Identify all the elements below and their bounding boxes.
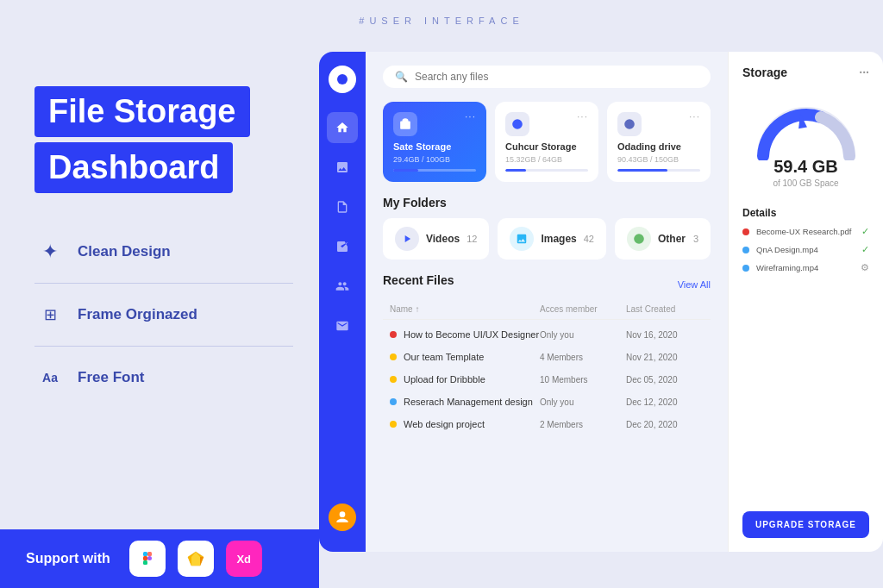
feature-label-font: Free Font — [78, 369, 144, 386]
support-label: Support with — [26, 551, 110, 566]
other-label: Other — [658, 233, 686, 245]
storage-panel-title: Storage — [742, 66, 787, 79]
folder-videos[interactable]: Videos 12 — [383, 218, 489, 260]
storage-card-sate: ··· Sate Storage 29.4GB / 100GB — [383, 102, 486, 182]
dashboard: 🔍 ··· Sate Storage 29.4GB / 100GB — [319, 52, 883, 552]
detail-dot-0 — [742, 228, 749, 235]
cuhcur-progress — [505, 169, 588, 172]
support-bar: Support with Xd — [0, 529, 319, 588]
table-header: Name ↑ Acces member Last Created — [383, 304, 711, 320]
upgrade-storage-button[interactable]: UPGRADE STORAGE — [742, 511, 869, 538]
videos-icon — [395, 227, 419, 251]
feature-item-clean-design: ✦ Clean Design — [34, 236, 293, 284]
images-count: 42 — [584, 234, 594, 244]
detail-check-0: ✓ — [861, 226, 869, 237]
search-bar[interactable]: 🔍 — [383, 66, 711, 88]
nav-logo-dot — [337, 74, 348, 84]
svg-point-4 — [147, 556, 152, 560]
storage-card-odading: ··· Odading drive 90.43GB / 150GB — [607, 102, 711, 182]
view-all-link[interactable]: View All — [678, 279, 711, 290]
file-dot-0 — [390, 331, 397, 338]
nav-avatar[interactable] — [329, 504, 356, 531]
nav-item-check[interactable] — [327, 231, 358, 262]
nav-item-mail[interactable] — [327, 310, 358, 341]
promo-title-2: Dashboard — [34, 142, 233, 193]
table-row[interactable]: How to Become UI/UX Designer Only you No… — [383, 323, 711, 346]
detail-item-0: Become-UX Research.pdf ✓ — [742, 226, 869, 237]
other-icon — [627, 227, 651, 251]
th-name: Name ↑ — [390, 304, 540, 314]
file-dot-3 — [390, 398, 397, 405]
storage-cards: ··· Sate Storage 29.4GB / 100GB ··· Cuh — [383, 102, 711, 182]
svg-point-12 — [624, 119, 635, 129]
detail-name-1: QnA Design.mp4 — [756, 245, 855, 254]
detail-dot-2 — [742, 265, 749, 272]
nav-item-users[interactable] — [327, 271, 358, 302]
odading-size: 90.43GB / 150GB — [617, 155, 700, 164]
th-member: Acces member — [540, 304, 626, 314]
nav-item-file[interactable] — [327, 191, 358, 222]
folders-row: Videos 12 Images 42 Other 3 — [383, 218, 711, 260]
table-row[interactable]: Reserach Management design Only you Dec … — [383, 391, 711, 413]
videos-count: 12 — [467, 234, 477, 244]
svg-point-10 — [340, 511, 346, 517]
svg-point-13 — [634, 234, 644, 244]
search-icon: 🔍 — [395, 71, 408, 83]
file-name-0: How to Become UI/UX Designer — [390, 329, 540, 340]
svg-rect-1 — [147, 552, 152, 556]
file-name-1: Our team Template — [390, 352, 540, 362]
card-menu-odading[interactable]: ··· — [689, 110, 700, 122]
recent-files-title: Recent Files — [383, 273, 454, 287]
cuhcur-progress-fill — [505, 169, 526, 172]
card-menu-cuhcur[interactable]: ··· — [577, 110, 588, 122]
promo-section: File Storage Dashboard ✦ Clean Design ⊞ … — [0, 0, 319, 535]
svg-rect-0 — [143, 552, 147, 556]
card-menu-sate[interactable]: ··· — [465, 110, 476, 122]
sketch-icon — [178, 541, 214, 577]
folder-other[interactable]: Other 3 — [615, 218, 711, 260]
search-input[interactable] — [415, 71, 698, 83]
table-row[interactable]: Our team Template 4 Members Nov 21, 2020 — [383, 346, 711, 368]
detail-settings-icon: ⚙ — [861, 262, 869, 273]
gauge-svg — [750, 91, 862, 160]
storage-panel-header: Storage ··· — [742, 66, 869, 79]
svg-point-11 — [512, 119, 523, 129]
folder-images[interactable]: Images 42 — [498, 218, 606, 260]
detail-name-2: Wireframing.mp4 — [756, 263, 854, 272]
odading-icon — [617, 112, 642, 136]
nav-logo[interactable] — [329, 66, 356, 93]
file-name-3: Reserach Management design — [390, 397, 540, 407]
font-icon: Aa — [34, 362, 66, 393]
sate-progress-fill — [393, 169, 418, 172]
sate-size: 29.4GB / 100GB — [393, 155, 476, 164]
table-row[interactable]: Upload for Dribbble 10 Members Dec 05, 2… — [383, 368, 711, 391]
videos-label: Videos — [426, 233, 460, 245]
sate-name: Sate Storage — [393, 141, 476, 152]
detail-dot-1 — [742, 247, 749, 253]
xd-icon: Xd — [226, 541, 262, 577]
promo-title-1: File Storage — [34, 86, 250, 137]
file-dot-1 — [390, 353, 397, 360]
odading-name: Odading drive — [617, 141, 700, 152]
feature-item-frame: ⊞ Frame Orginazed — [34, 299, 293, 347]
file-name-2: Upload for Dribbble — [390, 374, 540, 385]
gauge-container: 59.4 GB of 100 GB Space — [742, 91, 869, 188]
odading-progress — [617, 169, 700, 172]
recent-files-header: Recent Files View All — [383, 273, 711, 296]
cuhcur-icon — [505, 112, 529, 136]
file-name-4: Web design project — [390, 419, 540, 429]
table-row[interactable]: Web design project 2 Members Dec 20, 202… — [383, 413, 711, 435]
storage-panel-dots[interactable]: ··· — [859, 66, 869, 79]
feature-list: ✦ Clean Design ⊞ Frame Orginazed Aa Free… — [34, 236, 293, 409]
figma-icon — [129, 541, 166, 577]
sate-progress — [393, 169, 476, 172]
cuhcur-size: 15.32GB / 64GB — [505, 155, 588, 164]
svg-rect-2 — [143, 556, 147, 560]
file-dot-4 — [390, 421, 397, 428]
files-table: Name ↑ Acces member Last Created How to … — [383, 304, 711, 435]
sate-icon — [393, 112, 417, 136]
svg-marker-9 — [191, 557, 200, 566]
nav-item-home[interactable] — [327, 112, 358, 143]
nav-item-image[interactable] — [327, 152, 358, 183]
details-title: Details — [742, 207, 869, 219]
